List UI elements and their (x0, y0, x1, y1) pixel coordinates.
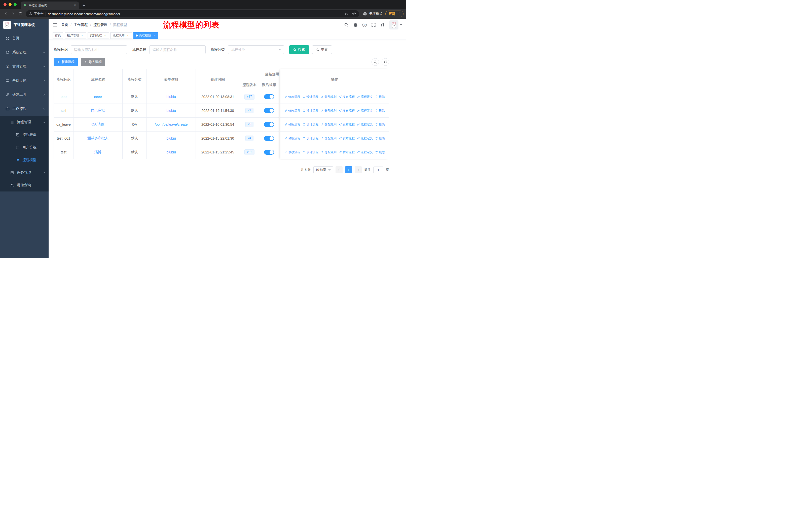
github-icon[interactable] (353, 22, 358, 27)
action-delete[interactable]: 删除 (375, 95, 385, 99)
cell-form-info-link[interactable]: /bpm/oa/leave/create (147, 118, 196, 132)
action-edit-process[interactable]: 修改流程 (284, 136, 300, 141)
tag-close-icon[interactable]: × (152, 34, 156, 37)
cell-process-name-link[interactable]: 测试多审批人 (74, 132, 123, 145)
active-toggle[interactable] (264, 94, 274, 99)
tag-close-icon[interactable]: × (126, 34, 129, 37)
sidebar-logo[interactable]: 芋道管理系统 (0, 19, 49, 31)
tag-home[interactable]: 首页 (53, 32, 63, 39)
help-icon[interactable]: ? (362, 23, 367, 27)
goto-page-input[interactable] (373, 166, 383, 173)
tag-process-form[interactable]: 流程表单 × (111, 32, 132, 39)
action-delete[interactable]: 删除 (375, 150, 385, 155)
action-assign-rule[interactable]: 分配规则 (321, 136, 337, 141)
refresh-table-button[interactable] (382, 58, 389, 66)
tab-close-icon[interactable]: × (74, 3, 77, 7)
category-select[interactable]: 流程分类 (228, 45, 284, 54)
hamburger-icon[interactable] (53, 23, 57, 27)
sidebar-item-task-mgmt[interactable]: 任务管理 (0, 166, 49, 179)
toggle-search-button[interactable] (372, 58, 379, 66)
breadcrumb-item[interactable]: 首页 (61, 23, 68, 27)
tag-my-process[interactable]: 我的流程 × (88, 32, 109, 39)
action-process-definition[interactable]: 流程定义 (357, 136, 373, 141)
reload-button[interactable] (17, 10, 24, 18)
action-design-process[interactable]: 设计流程 (302, 123, 318, 127)
action-delete[interactable]: 删除 (375, 109, 385, 113)
action-process-definition[interactable]: 流程定义 (357, 109, 373, 113)
action-design-process[interactable]: 设计流程 (302, 136, 318, 141)
active-toggle[interactable] (264, 122, 274, 127)
prev-page-button[interactable] (336, 166, 343, 173)
page-size-select[interactable]: 10条/页 (313, 166, 333, 173)
close-window-button[interactable] (3, 3, 6, 6)
action-delete[interactable]: 删除 (375, 123, 385, 127)
action-edit-process[interactable]: 修改流程 (284, 109, 300, 113)
tag-tenant[interactable]: 租户管理 × (65, 32, 86, 39)
user-menu[interactable] (389, 20, 402, 29)
action-publish-process[interactable]: 发布流程 (339, 109, 355, 113)
cell-form-info-link[interactable]: biubiu (147, 90, 196, 104)
cell-process-name-link[interactable]: OA 请假 (74, 118, 123, 132)
create-process-button[interactable]: 新建流程 (54, 58, 78, 66)
sidebar-item-home[interactable]: 首页 (0, 31, 49, 45)
browser-menu-icon[interactable]: ⋮ (397, 11, 402, 16)
avatar[interactable] (389, 20, 399, 29)
next-page-button[interactable] (355, 166, 362, 173)
sidebar-item-infra[interactable]: 基础设施 (0, 74, 49, 88)
action-process-definition[interactable]: 流程定义 (357, 95, 373, 99)
sidebar-item-system[interactable]: 系统管理 (0, 45, 49, 59)
password-key-icon[interactable] (345, 12, 349, 16)
sidebar-item-process-form[interactable]: 流程表单 (0, 129, 49, 141)
active-toggle[interactable] (264, 108, 274, 113)
tag-close-icon[interactable]: × (80, 34, 84, 37)
minimize-window-button[interactable] (8, 3, 11, 6)
sidebar-item-process-mgmt[interactable]: 流程管理 (0, 116, 49, 129)
action-assign-rule[interactable]: 分配规则 (321, 109, 337, 113)
security-chip[interactable]: 不安全 (29, 11, 44, 16)
update-button[interactable]: 更新 ⋮ (385, 10, 404, 17)
action-process-definition[interactable]: 流程定义 (357, 150, 373, 155)
cell-form-info-link[interactable]: biubiu (147, 145, 196, 159)
import-process-button[interactable]: 导入流程 (81, 58, 105, 66)
sidebar-item-process-model[interactable]: 流程模型 (0, 154, 49, 166)
search-icon[interactable] (344, 23, 349, 27)
sidebar-item-payment[interactable]: ¥ 支付管理 (0, 59, 49, 74)
tag-process-model[interactable]: 流程模型 × (134, 32, 158, 39)
cell-process-name-link[interactable]: 自己审批 (74, 104, 123, 118)
sidebar-item-leave-query[interactable]: 请假查询 (0, 179, 49, 191)
page-number-1[interactable]: 1 (345, 166, 352, 173)
action-edit-process[interactable]: 修改流程 (284, 150, 300, 155)
action-design-process[interactable]: 设计流程 (302, 109, 318, 113)
action-publish-process[interactable]: 发布流程 (339, 95, 355, 99)
sidebar-item-devtools[interactable]: 研发工具 (0, 88, 49, 102)
action-publish-process[interactable]: 发布流程 (339, 123, 355, 127)
action-assign-rule[interactable]: 分配规则 (321, 150, 337, 155)
cell-process-name-link[interactable]: 滔博 (74, 145, 123, 159)
address-bar[interactable]: 不安全 dashboard.yudao.iocoder.cn/bpm/manag… (26, 10, 359, 18)
active-toggle[interactable] (264, 150, 274, 155)
action-assign-rule[interactable]: 分配规则 (321, 95, 337, 99)
fullscreen-icon[interactable] (371, 23, 376, 27)
action-publish-process[interactable]: 发布流程 (339, 150, 355, 155)
tag-close-icon[interactable]: × (103, 34, 107, 37)
browser-tab[interactable]: 芋道管理系统 × (21, 1, 79, 9)
action-delete[interactable]: 删除 (375, 136, 385, 141)
action-edit-process[interactable]: 修改流程 (284, 123, 300, 127)
reset-button[interactable]: 重置 (312, 45, 332, 54)
search-button[interactable]: 搜索 (289, 45, 309, 54)
cell-form-info-link[interactable]: biubiu (147, 104, 196, 118)
action-design-process[interactable]: 设计流程 (302, 95, 318, 99)
breadcrumb-item[interactable]: 工作流程 (74, 23, 88, 27)
maximize-window-button[interactable] (13, 3, 17, 6)
cell-form-info-link[interactable]: biubiu (147, 132, 196, 145)
action-assign-rule[interactable]: 分配规则 (321, 123, 337, 127)
action-edit-process[interactable]: 修改流程 (284, 95, 300, 99)
bookmark-star-icon[interactable] (352, 12, 356, 16)
process-name-input[interactable] (149, 45, 206, 54)
font-size-icon[interactable] (380, 23, 385, 27)
sidebar-item-workflow[interactable]: 工作流程 (0, 102, 49, 116)
active-toggle[interactable] (264, 136, 274, 141)
sidebar-item-user-group[interactable]: 用户分组 (0, 141, 49, 154)
back-button[interactable] (2, 10, 9, 18)
cell-process-name-link[interactable]: eeee (74, 90, 123, 104)
